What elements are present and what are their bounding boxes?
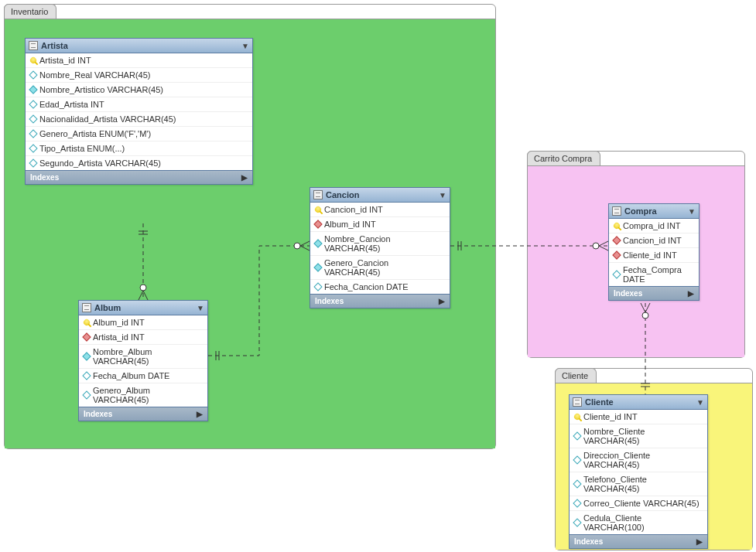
table-columns: Artista_id INTNombre_Real VARCHAR(45)Nom… [26, 53, 252, 171]
diamond-icon [29, 129, 37, 138]
table-cancion[interactable]: Cancion ▼ Cancion_id INTAlbum_id INTNomb… [310, 187, 450, 308]
column-row[interactable]: Genero_Album VARCHAR(45) [79, 383, 207, 407]
column-row[interactable]: Fecha_Cancion DATE [310, 280, 450, 295]
collapse-icon[interactable]: ▼ [197, 304, 204, 312]
expand-icon[interactable]: ▶ [241, 173, 248, 182]
diamond-icon [82, 390, 91, 399]
diamond-red-icon [612, 236, 621, 244]
column-row[interactable]: Edad_Artista INT [26, 97, 252, 112]
indexes-label: Indexes [614, 289, 688, 298]
collapse-icon[interactable]: ▼ [241, 42, 249, 50]
key-icon [29, 56, 37, 64]
indexes-label: Indexes [315, 297, 439, 305]
indexes-row[interactable]: Indexes ▶ [609, 287, 699, 300]
column-row[interactable]: Cliente_id INT [570, 410, 707, 424]
column-row[interactable]: Cancion_id INT [609, 233, 699, 248]
diamond-red-icon [313, 220, 322, 228]
column-text: Direccion_Cliente VARCHAR(45) [583, 451, 703, 469]
column-text: Edad_Artista INT [39, 100, 104, 109]
column-row[interactable]: Nombre_Artistico VARCHAR(45) [26, 83, 252, 97]
column-row[interactable]: Segundo_Artista VARCHAR(45) [26, 156, 252, 171]
diamond-icon [82, 371, 91, 380]
table-columns: Cancion_id INTAlbum_id INTNombre_Cancion… [310, 203, 450, 295]
column-text: Album_id INT [93, 318, 145, 327]
expand-icon[interactable]: ▶ [197, 410, 203, 418]
column-row[interactable]: Genero_Cancion VARCHAR(45) [310, 256, 450, 280]
column-row[interactable]: Nacionalidad_Artista VARCHAR(45) [26, 112, 252, 127]
table-icon [573, 397, 582, 407]
diamond-icon [29, 100, 37, 108]
column-text: Fecha_Compra DATE [623, 265, 694, 284]
column-row[interactable]: Album_id INT [79, 315, 207, 330]
table-icon [29, 41, 38, 50]
column-text: Artista_id INT [39, 56, 91, 65]
column-text: Cliente_id INT [583, 412, 638, 421]
column-text: Cancion_id INT [623, 236, 682, 245]
table-album[interactable]: Album ▼ Album_id INTArtista_id INTNombre… [78, 300, 208, 421]
column-row[interactable]: Direccion_Cliente VARCHAR(45) [570, 448, 707, 472]
region-tab-carrito: Carrito Compra [527, 151, 600, 165]
diamond-icon [29, 144, 37, 152]
column-text: Compra_id INT [623, 221, 681, 230]
column-row[interactable]: Fecha_Compra DATE [609, 263, 699, 287]
column-row[interactable]: Nombre_Album VARCHAR(45) [79, 345, 207, 369]
diamond-icon [29, 70, 37, 79]
key-icon [313, 205, 322, 213]
diamond-icon [29, 158, 37, 167]
collapse-icon[interactable]: ▼ [439, 191, 446, 199]
expand-icon[interactable]: ▶ [439, 297, 445, 305]
column-row[interactable]: Artista_id INT [26, 53, 252, 68]
column-row[interactable]: Cancion_id INT [310, 203, 450, 217]
column-text: Artista_id INT [93, 332, 145, 342]
diamond-icon [29, 114, 37, 123]
indexes-row[interactable]: Indexes ▶ [570, 535, 707, 548]
column-row[interactable]: Nombre_Real VARCHAR(45) [26, 68, 252, 83]
column-row[interactable]: Tipo_Artista ENUM(...) [26, 141, 252, 156]
collapse-icon[interactable]: ▼ [688, 207, 696, 216]
table-header[interactable]: Compra ▼ [609, 204, 699, 219]
column-text: Nombre_Cancion VARCHAR(45) [324, 234, 445, 253]
column-row[interactable]: Artista_id INT [79, 330, 207, 345]
column-text: Genero_Artista ENUM('F','M') [39, 129, 151, 138]
region-tab-inventario: Inventario [4, 4, 56, 19]
expand-icon[interactable]: ▶ [696, 537, 703, 546]
table-cliente[interactable]: Cliente ▼ Cliente_id INTNombre_Cliente V… [569, 394, 708, 549]
column-row[interactable]: Correo_Cliente VARCHAR(45) [570, 496, 707, 511]
table-icon [612, 206, 621, 216]
column-row[interactable]: Nombre_Cliente VARCHAR(45) [570, 424, 707, 448]
table-title: Artista [41, 41, 238, 50]
key-icon [82, 318, 91, 326]
column-row[interactable]: Album_id INT [310, 217, 450, 232]
table-title: Album [94, 303, 193, 312]
diamond-icon [313, 282, 322, 291]
diamond-cyan-icon [313, 239, 322, 247]
column-row[interactable]: Genero_Artista ENUM('F','M') [26, 127, 252, 141]
column-text: Nombre_Real VARCHAR(45) [39, 70, 150, 80]
table-header[interactable]: Artista ▼ [26, 39, 252, 53]
collapse-icon[interactable]: ▼ [696, 398, 704, 407]
expand-icon[interactable]: ▶ [688, 289, 694, 298]
indexes-row[interactable]: Indexes ▶ [79, 407, 207, 421]
table-artista[interactable]: Artista ▼ Artista_id INTNombre_Real VARC… [25, 38, 253, 185]
column-text: Genero_Album VARCHAR(45) [93, 386, 203, 404]
table-header[interactable]: Cancion ▼ [310, 188, 450, 203]
table-title: Cancion [326, 190, 436, 199]
table-compra[interactable]: Compra ▼ Compra_id INTCancion_id INTClie… [608, 203, 700, 301]
column-row[interactable]: Cedula_Cliente VARCHAR(100) [570, 511, 707, 535]
indexes-label: Indexes [84, 410, 197, 418]
column-text: Cliente_id INT [623, 250, 677, 260]
column-row[interactable]: Nombre_Cancion VARCHAR(45) [310, 232, 450, 256]
column-row[interactable]: Telefono_Cliente VARCHAR(45) [570, 472, 707, 496]
indexes-row[interactable]: Indexes ▶ [26, 171, 252, 184]
column-row[interactable]: Fecha_Album DATE [79, 369, 207, 383]
column-row[interactable]: Compra_id INT [609, 219, 699, 233]
column-text: Nombre_Album VARCHAR(45) [93, 347, 203, 366]
table-icon [82, 303, 91, 312]
table-header[interactable]: Cliente ▼ [570, 395, 707, 410]
column-text: Tipo_Artista ENUM(...) [39, 144, 125, 153]
column-text: Cancion_id INT [324, 205, 383, 214]
column-row[interactable]: Cliente_id INT [609, 248, 699, 263]
diamond-icon [573, 455, 581, 464]
table-header[interactable]: Album ▼ [79, 301, 207, 315]
indexes-row[interactable]: Indexes ▶ [310, 295, 450, 308]
